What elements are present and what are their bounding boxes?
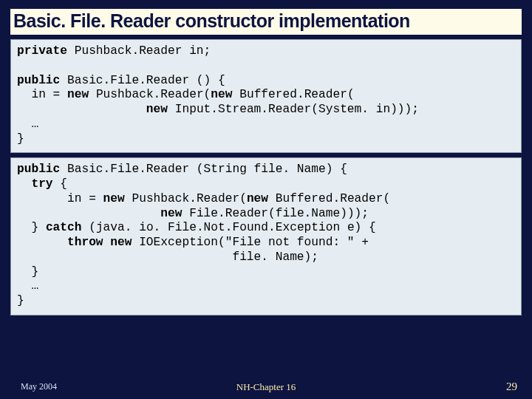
page-number: 29	[506, 381, 517, 393]
code-block-1: private Pushback.Reader in; public Basic…	[10, 39, 522, 153]
code-block-2: public Basic.File.Reader (String file. N…	[10, 157, 522, 316]
footer-chapter: NH-Chapter 16	[236, 381, 296, 393]
slide-title: Basic. File. Reader constructor implemen…	[10, 9, 522, 35]
footer-date: May 2004	[21, 381, 57, 392]
slide: Basic. File. Reader constructor implemen…	[0, 0, 532, 399]
footer: May 2004 NH-Chapter 16 29	[0, 381, 532, 393]
